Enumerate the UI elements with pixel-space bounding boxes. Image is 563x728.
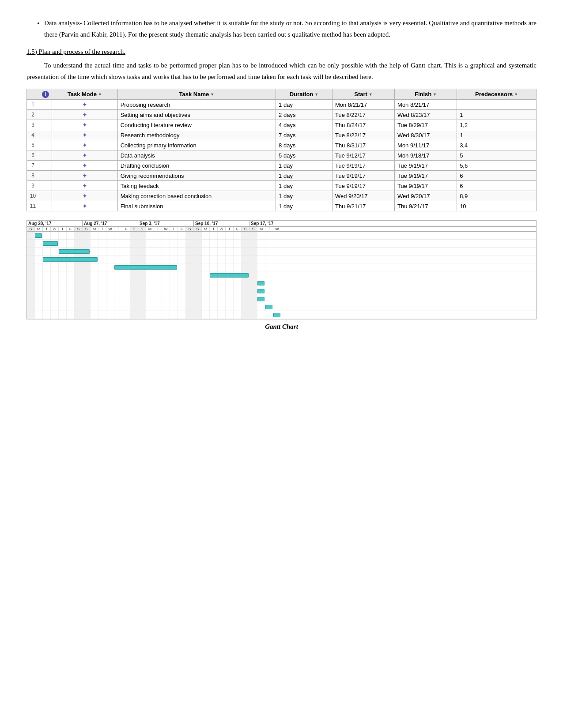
row-number: 9 <box>27 181 39 191</box>
duration-cell: 5 days <box>276 150 333 161</box>
gantt-grid-cell <box>234 263 242 271</box>
gantt-grid-cell <box>98 303 106 311</box>
gantt-grid-cell <box>218 287 226 295</box>
row-checkbox <box>39 100 52 110</box>
gantt-grid-row <box>27 263 536 271</box>
finish-cell: Thu 9/21/17 <box>395 201 457 211</box>
predecessors-cell: 5,6 <box>457 161 537 171</box>
gantt-grid-cell <box>210 295 218 303</box>
table-header-row: i Task Mode ▼ Task Name ▼ Duration ▼ <box>27 89 537 100</box>
gantt-grid-cell <box>51 271 59 279</box>
gantt-day-label: T <box>154 227 162 231</box>
gantt-grid-cell <box>138 255 146 263</box>
row-checkbox <box>39 130 52 140</box>
table-row: 1 ✦ Proposing research 1 day Mon 8/21/17… <box>27 100 537 110</box>
gantt-day-label: T <box>226 227 234 231</box>
gantt-grid-cell <box>43 287 51 295</box>
gantt-grid-row <box>27 232 536 240</box>
th-task-mode[interactable]: Task Mode ▼ <box>52 89 118 100</box>
gantt-grid-cell <box>273 279 281 287</box>
gantt-grid-cell <box>67 287 75 295</box>
start-cell: Thu 8/24/17 <box>332 120 394 130</box>
th-task-name[interactable]: Task Name ▼ <box>117 89 276 100</box>
th-finish[interactable]: Finish ▼ <box>395 89 457 100</box>
gantt-grid-row <box>27 255 536 263</box>
predecessors-cell: 1,2 <box>457 120 537 130</box>
gantt-grid-cell <box>226 303 234 311</box>
th-predecessors[interactable]: Predecessors ▼ <box>457 89 537 100</box>
gantt-grid-cell <box>67 232 75 239</box>
gantt-grid-cell <box>210 263 218 271</box>
gantt-grid-cell <box>210 287 218 295</box>
section-heading: 1.5) Plan and process of the research. <box>26 48 537 56</box>
gantt-grid-cell <box>194 287 202 295</box>
gantt-grid-cell <box>146 255 154 263</box>
row-checkbox <box>39 140 52 150</box>
gantt-grid-cell <box>27 271 35 279</box>
gantt-chart: Aug 20, '17Aug 27, '17Sep 3, '17Sep 10, … <box>26 220 537 319</box>
start-cell: Wed 9/20/17 <box>332 191 394 201</box>
gantt-grid-cell <box>130 240 138 247</box>
gantt-grid-cell <box>178 255 186 263</box>
gantt-grid-cell <box>273 295 281 303</box>
gantt-day-label: S <box>242 227 249 231</box>
gantt-grid-cell <box>242 287 249 295</box>
gantt-grid-cell <box>242 279 249 287</box>
gantt-day-label: W <box>51 227 59 231</box>
start-cell: Tue 9/19/17 <box>332 181 394 191</box>
start-cell: Thu 8/31/17 <box>332 140 394 150</box>
gantt-day-label: M <box>35 227 43 231</box>
gantt-grid-cell <box>27 303 35 311</box>
gantt-grid-row <box>27 279 536 287</box>
gantt-grid-cell <box>210 279 218 287</box>
th-duration[interactable]: Duration ▼ <box>276 89 333 100</box>
gantt-grid-cell <box>242 311 249 319</box>
task-name-cell: Final submission <box>117 201 276 211</box>
gantt-grid-cell <box>186 303 194 311</box>
gantt-day-label: T <box>43 227 51 231</box>
gantt-bar <box>257 297 264 301</box>
start-cell: Tue 9/19/17 <box>332 171 394 181</box>
gantt-grid-cell <box>146 287 154 295</box>
gantt-grid-cell <box>114 303 122 311</box>
finish-cell: Tue 8/29/17 <box>395 120 457 130</box>
gantt-day-label: M <box>146 227 154 231</box>
gantt-grid-cell <box>249 303 257 311</box>
gantt-grid-cell <box>154 303 162 311</box>
gantt-grid-cell <box>91 248 98 255</box>
gantt-grid-cell <box>194 295 202 303</box>
gantt-grid-cell <box>178 295 186 303</box>
duration-header: Duration ▼ <box>290 91 318 98</box>
gantt-grid-cell <box>146 279 154 287</box>
gantt-grid-cell <box>242 232 249 239</box>
duration-cell: 1 day <box>276 100 333 110</box>
gantt-grid-cell <box>130 303 138 311</box>
finish-cell: Mon 9/18/17 <box>395 150 457 161</box>
gantt-grid-cell <box>226 311 234 319</box>
duration-cell: 7 days <box>276 130 333 140</box>
gantt-grid-cell <box>35 263 43 271</box>
gantt-grid-cell <box>273 232 281 239</box>
gantt-day-header: SMTWTFSSMTWTFSSMTWTFSSMTWTFSSMTW <box>27 227 536 232</box>
th-start[interactable]: Start ▼ <box>332 89 394 100</box>
task-name-cell: Conducting literature review <box>117 120 276 130</box>
row-checkbox <box>39 181 52 191</box>
start-cell: Tue 9/12/17 <box>332 150 394 161</box>
gantt-day-label: W <box>218 227 226 231</box>
gantt-grid-cell <box>234 279 242 287</box>
gantt-grid-cell <box>257 232 265 239</box>
gantt-day-label: S <box>186 227 194 231</box>
gantt-grid-cell <box>242 263 249 271</box>
gantt-grid-cell <box>218 295 226 303</box>
gantt-grid-cell <box>170 287 178 295</box>
predecessors-cell: 1 <box>457 110 537 120</box>
gantt-grid-cell <box>122 279 130 287</box>
gantt-grid-cell <box>186 263 194 271</box>
gantt-grid-cell <box>27 263 35 271</box>
gantt-grid-cell <box>91 303 98 311</box>
gantt-grid-cell <box>106 263 114 271</box>
gantt-grid-cell <box>83 287 91 295</box>
gantt-day-label: M <box>202 227 210 231</box>
duration-cell: 4 days <box>276 120 333 130</box>
gantt-grid-cell <box>75 311 83 319</box>
